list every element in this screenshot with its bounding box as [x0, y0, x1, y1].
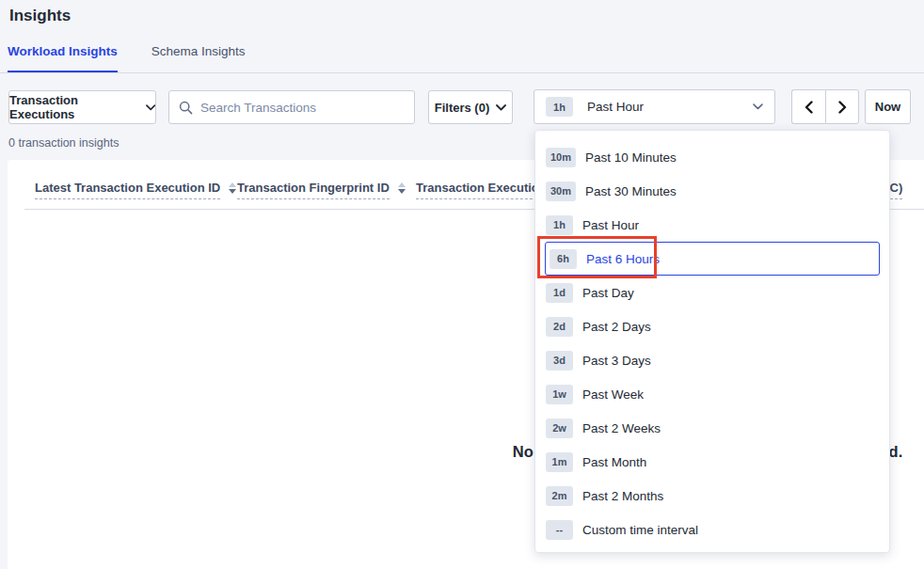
- time-option[interactable]: 2d Past 2 Days: [535, 309, 889, 343]
- now-button[interactable]: Now: [865, 89, 911, 124]
- time-option[interactable]: 1w Past Week: [535, 377, 889, 411]
- time-option-label: Past 30 Minutes: [585, 184, 677, 198]
- chevron-right-icon: [838, 101, 847, 114]
- time-option-badge: 2w: [546, 419, 573, 438]
- time-option-label: Past 2 Months: [582, 489, 663, 503]
- time-option[interactable]: 30m Past 30 Minutes: [535, 174, 889, 208]
- column-header-transaction-fingerprint-id[interactable]: Transaction Fingerprint ID: [237, 181, 406, 199]
- time-option[interactable]: -- Custom time interval: [535, 513, 889, 546]
- time-interval-label: Past Hour: [587, 100, 753, 114]
- time-option-label: Past 2 Days: [582, 320, 651, 334]
- time-option-label: Past 2 Weeks: [582, 421, 661, 435]
- time-option-badge: 2m: [546, 486, 573, 506]
- previous-interval-button[interactable]: [791, 89, 825, 124]
- chevron-down-icon: [496, 104, 506, 111]
- time-interval-dropdown-trigger[interactable]: 1h Past Hour: [534, 89, 775, 124]
- search-box: [168, 90, 415, 124]
- time-option[interactable]: 2m Past 2 Months: [535, 479, 889, 513]
- now-label: Now: [875, 100, 900, 114]
- sort-icon[interactable]: [398, 182, 406, 194]
- time-option-badge: 6h: [550, 249, 577, 269]
- view-select-dropdown[interactable]: Transaction Executions: [8, 90, 156, 124]
- time-option-badge: 3d: [546, 351, 573, 371]
- time-option-label: Custom time interval: [582, 523, 698, 537]
- sort-icon[interactable]: [229, 182, 236, 194]
- time-option-label: Past Day: [582, 286, 634, 300]
- time-dropdown-list: 10m Past 10 Minutes 30m Past 30 Minutes …: [535, 140, 889, 546]
- time-option[interactable]: 10m Past 10 Minutes: [535, 140, 889, 174]
- time-option-label: Past 6 Hours: [586, 252, 660, 266]
- page-header: Insights Workload Insights Schema Insigh…: [0, 0, 924, 73]
- time-option-badge: 1d: [546, 283, 573, 303]
- filters-dropdown[interactable]: Filters (0): [428, 90, 513, 124]
- tab-bar: Workload Insights Schema Insights: [8, 44, 246, 72]
- time-option-label: Past 10 Minutes: [585, 150, 677, 165]
- time-option[interactable]: 1m Past Month: [535, 445, 889, 479]
- insights-page: Insights Workload Insights Schema Insigh…: [0, 0, 924, 569]
- chevron-left-icon: [805, 101, 813, 114]
- time-interval-dropdown-menu: 10m Past 10 Minutes 30m Past 30 Minutes …: [534, 130, 890, 553]
- time-option-badge: --: [546, 520, 573, 540]
- time-step-controls: [791, 89, 859, 124]
- time-option-label: Past 3 Days: [582, 354, 651, 368]
- time-option-label: Past Month: [582, 455, 646, 469]
- tab-workload-insights[interactable]: Workload Insights: [8, 44, 118, 72]
- time-option-badge: 10m: [546, 148, 576, 167]
- time-interval-badge: 1h: [546, 97, 573, 117]
- page-title: Insights: [9, 7, 71, 25]
- time-option-label: Past Hour: [582, 218, 639, 232]
- time-option-badge: 1w: [546, 385, 573, 404]
- time-option[interactable]: 6h Past 6 Hours: [545, 242, 880, 276]
- time-option[interactable]: 1h Past Hour: [535, 208, 889, 242]
- search-icon: [179, 101, 193, 115]
- view-select-label: Transaction Executions: [9, 93, 139, 121]
- chevron-down-icon: [146, 104, 155, 111]
- tab-schema-insights[interactable]: Schema Insights: [151, 44, 246, 72]
- next-interval-button[interactable]: [825, 89, 859, 124]
- time-option-label: Past Week: [582, 387, 644, 402]
- time-option-badge: 1h: [546, 215, 573, 235]
- time-option[interactable]: 2w Past 2 Weeks: [535, 411, 889, 445]
- time-option-badge: 2d: [546, 317, 573, 337]
- search-input[interactable]: [200, 101, 405, 115]
- column-header-latest-transaction-execution-id[interactable]: Latest Transaction Execution ID: [35, 181, 236, 199]
- time-option-badge: 30m: [546, 182, 576, 201]
- time-option[interactable]: 3d Past 3 Days: [535, 343, 889, 377]
- filters-label: Filters (0): [435, 101, 490, 115]
- insights-count: 0 transaction insights: [8, 136, 119, 150]
- time-option-badge: 1m: [546, 452, 573, 472]
- time-option[interactable]: 1d Past Day: [535, 276, 889, 309]
- chevron-down-icon: [753, 103, 763, 110]
